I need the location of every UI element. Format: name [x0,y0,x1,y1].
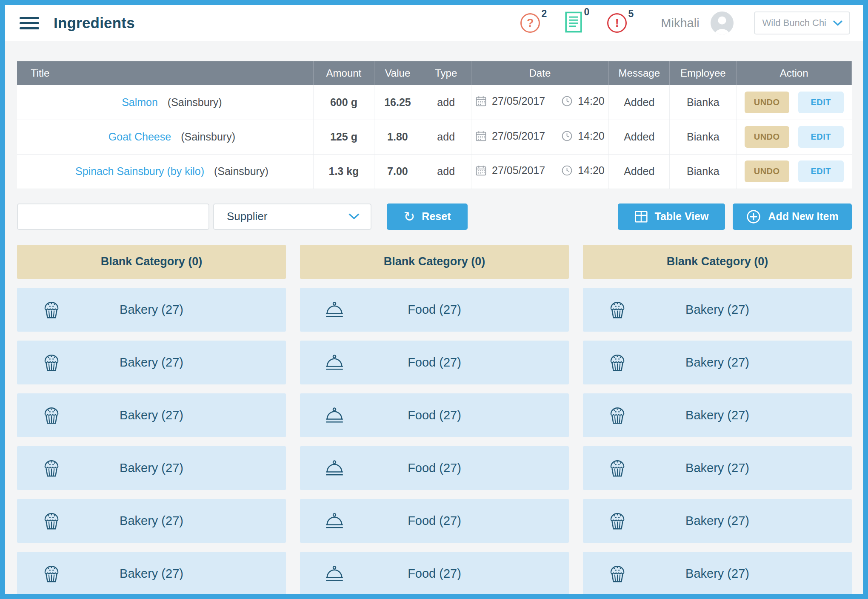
category-column-3: Blank Category (0) [583,245,852,594]
table-view-label: Table View [655,210,709,223]
category-card-bakery[interactable]: Bakery (27) [583,499,852,543]
grid-icon [634,210,648,224]
category-card-bakery[interactable]: Bakery (27) [17,499,286,543]
blank-category-header[interactable]: Blank Category (0) [300,245,569,279]
edit-button[interactable]: EDIT [798,92,844,113]
muffin-icon [607,457,628,479]
category-card-label: Bakery (27) [685,461,749,475]
filter-bar: Supplier ↻ Reset Table View [17,203,852,230]
column-header: Action [737,61,852,85]
muffin-icon [607,404,628,426]
category-card-food[interactable]: Food (27) [300,446,569,490]
menu-icon[interactable] [20,17,39,29]
category-card-food[interactable]: Food (27) [300,341,569,384]
table-header-row: Title Amount Value Type Date Message Emp… [17,61,852,85]
undo-button[interactable]: UNDO [745,126,789,148]
column-header: Type [421,61,471,85]
category-card-bakery[interactable]: Bakery (27) [583,552,852,594]
muffin-icon [41,352,62,373]
category-card-label: Bakery (27) [685,303,749,317]
action-cell: UNDO EDIT [737,120,852,154]
calendar-icon [475,165,487,176]
alerts-button[interactable]: ! 5 [607,13,627,33]
undo-button[interactable]: UNDO [745,160,789,182]
category-card-label: Bakery (27) [685,355,749,370]
category-card-bakery[interactable]: Bakery (27) [17,393,286,437]
category-card-bakery[interactable]: Bakery (27) [17,341,286,384]
user-name: Mikhali [661,16,699,30]
category-card-bakery[interactable]: Bakery (27) [17,288,286,332]
category-card-label: Bakery (27) [685,408,749,422]
category-card-label: Bakery (27) [685,514,749,528]
category-card-bakery[interactable]: Bakery (27) [583,341,852,384]
plus-circle-icon [746,209,761,224]
ingredient-link[interactable]: Salmon [122,96,158,108]
category-card-label: Bakery (27) [120,514,183,528]
category-card-bakery[interactable]: Bakery (27) [583,393,852,437]
notes-button[interactable]: 0 [565,11,582,34]
ingredient-supplier: (Sainsbury) [181,131,235,143]
blank-category-header[interactable]: Blank Category (0) [583,245,852,279]
message-cell: Added [609,154,670,189]
category-card-bakery[interactable]: Bakery (27) [17,446,286,490]
category-card-bakery[interactable]: Bakery (27) [583,446,852,490]
reset-button[interactable]: ↻ Reset [387,203,468,230]
category-card-bakery[interactable]: Bakery (27) [17,552,286,594]
column-header: Message [609,61,670,85]
search-input[interactable] [17,203,209,230]
amount-cell: 1.3 kg [313,154,374,189]
notes-badge: 0 [584,6,590,18]
top-bar: Ingredients ? 2 0 ! 5 Mikhali [5,5,863,41]
value-cell: 1.80 [374,120,421,154]
clock-icon [561,165,573,176]
reset-label: Reset [422,210,451,223]
help-icon: ? [520,13,540,33]
blank-category-header[interactable]: Blank Category (0) [17,245,286,279]
chevron-down-icon [348,213,360,220]
ingredient-link[interactable]: Spinach Sainsbury (by kilo) [75,165,204,177]
ingredient-supplier: (Sainsbury) [168,96,222,108]
company-selector[interactable]: Wild Bunch Chi [754,11,850,34]
time-value: 14:20 [578,95,605,107]
category-card-label: Food (27) [408,355,461,370]
category-card-bakery[interactable]: Bakery (27) [583,288,852,332]
muffin-icon [41,404,62,426]
muffin-icon [607,299,628,320]
edit-button[interactable]: EDIT [798,160,844,182]
company-name: Wild Bunch Chi [762,17,826,29]
employee-cell: Bianka [670,85,737,120]
category-card-label: Food (27) [408,408,461,422]
cloche-icon [324,352,345,373]
table-view-button[interactable]: Table View [618,203,725,230]
supplier-select[interactable]: Supplier [213,203,371,230]
type-cell: add [421,85,471,120]
cloche-icon [324,299,345,320]
add-new-item-button[interactable]: Add New Item [733,203,852,230]
category-card-label: Food (27) [408,567,461,581]
category-card-food[interactable]: Food (27) [300,288,569,332]
type-cell: add [421,120,471,154]
ingredients-activity-table: Title Amount Value Type Date Message Emp… [17,61,852,189]
supplier-select-label: Supplier [227,210,267,223]
value-cell: 7.00 [374,154,421,189]
add-new-item-label: Add New Item [768,210,838,223]
category-card-food[interactable]: Food (27) [300,552,569,594]
chevron-down-icon [833,20,842,26]
ingredient-link[interactable]: Goat Cheese [108,131,171,143]
clock-icon [561,95,573,107]
help-button[interactable]: ? 2 [520,13,540,33]
document-icon [565,11,582,33]
category-card-label: Food (27) [408,461,461,475]
avatar[interactable] [711,11,734,34]
category-column-2: Blank Category (0) Food (27) [300,245,569,594]
category-card-label: Bakery (27) [120,408,183,422]
category-column-1: Blank Category (0) [17,245,286,594]
table-row: Spinach Sainsbury (by kilo) (Sainsbury) … [17,154,852,189]
undo-button[interactable]: UNDO [745,92,789,113]
edit-button[interactable]: EDIT [798,126,844,148]
topbar-actions: ? 2 0 ! 5 Mikhali [520,11,850,34]
category-card-food[interactable]: Food (27) [300,393,569,437]
category-card-food[interactable]: Food (27) [300,499,569,543]
muffin-icon [41,563,62,584]
value-cell: 16.25 [374,85,421,120]
